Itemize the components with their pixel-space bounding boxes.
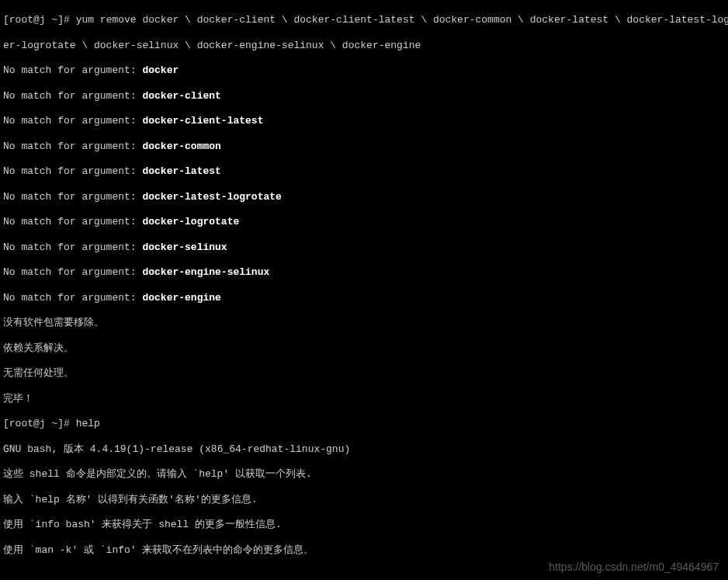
msg-deps: 依赖关系解决。 <box>3 342 725 355</box>
yum-command-line2: er-logrotate \ docker-selinux \ docker-e… <box>3 40 725 52</box>
nomatch-line: No match for argument: docker-client-lat… <box>3 115 725 127</box>
help-intro: 输入 `help 名称' 以得到有关函数'名称'的更多信息. <box>3 494 725 506</box>
help-command-line: [root@j ~]# help <box>3 418 725 430</box>
help-intro: 使用 `man -k' 或 `info' 来获取不在列表中的命令的更多信息。 <box>3 544 725 557</box>
nomatch-line: No match for argument: docker-logrotate <box>3 216 725 228</box>
msg-done: 完毕！ <box>3 393 725 405</box>
nomatch-line: No match for argument: docker-selinux <box>3 241 725 254</box>
nomatch-line: No match for argument: docker-engine-sel… <box>3 266 725 279</box>
nomatch-line: No match for argument: docker <box>3 64 725 77</box>
help-intro: 这些 shell 命令是内部定义的。请输入 `help' 以获取一个列表. <box>3 468 725 481</box>
bash-version: GNU bash, 版本 4.4.19(1)-release (x86_64-r… <box>3 443 725 456</box>
nomatch-line: No match for argument: docker-latest-log… <box>3 191 725 203</box>
nomatch-line: No match for argument: docker-client <box>3 90 725 102</box>
nomatch-line: No match for argument: docker-latest <box>3 165 725 178</box>
blank-line <box>3 569 725 580</box>
msg-no-packages: 没有软件包需要移除。 <box>3 317 725 329</box>
terminal-output[interactable]: [root@j ~]# yum remove docker \ docker-c… <box>0 0 728 580</box>
nomatch-line: No match for argument: docker-common <box>3 141 725 153</box>
help-intro: 使用 `info bash' 来获得关于 shell 的更多一般性信息. <box>3 519 725 531</box>
yum-command-line1: [root@j ~]# yum remove docker \ docker-c… <box>3 14 725 26</box>
msg-noop: 无需任何处理。 <box>3 367 725 380</box>
nomatch-line: No match for argument: docker-engine <box>3 292 725 304</box>
